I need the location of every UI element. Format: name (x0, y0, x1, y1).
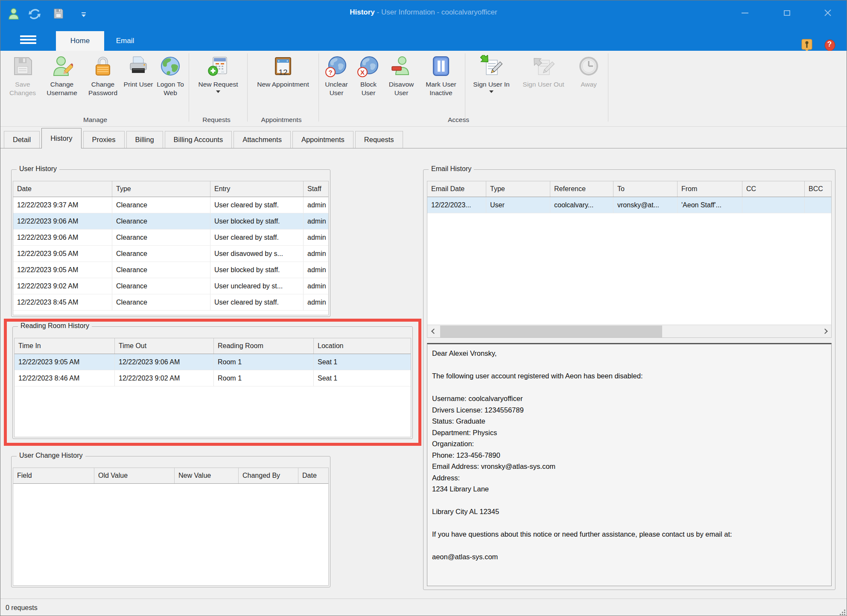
column-header[interactable]: BCC (805, 181, 831, 197)
scrollbar-thumb[interactable] (440, 325, 662, 337)
print-user-button[interactable]: Print User (123, 51, 153, 115)
block-user-button[interactable]: x Block User (353, 51, 384, 115)
close-button[interactable] (808, 0, 847, 25)
column-header[interactable]: CC (742, 181, 805, 197)
column-header[interactable]: Entry (210, 181, 304, 197)
new-appointment-icon-number: 12 (272, 68, 294, 77)
cell-staff: admin (304, 197, 328, 213)
table-row[interactable]: 12/22/2023 8:45 AM Clearance User cleare… (13, 294, 328, 311)
block-user-icon: x (357, 55, 380, 77)
column-header[interactable]: To (613, 181, 678, 197)
pin-panel-icon[interactable] (800, 39, 813, 52)
print-user-label: Print User (124, 80, 153, 89)
scroll-left-arrow[interactable] (427, 325, 440, 338)
cell-time-out: 12/22/2023 9:06 AM (115, 354, 214, 370)
table-row-selected[interactable]: 12/22/2023 9:06 AM Clearance User blocke… (13, 213, 328, 230)
tab-proxies[interactable]: Proxies (83, 131, 125, 148)
tab-proxies-label: Proxies (92, 136, 116, 144)
ribbon-tab-home[interactable]: Home (56, 31, 104, 51)
minimize-button[interactable] (725, 0, 765, 25)
tab-history[interactable]: History (41, 128, 81, 148)
maximize-button[interactable] (767, 0, 806, 25)
column-header[interactable]: Type (486, 181, 550, 197)
unclear-user-button[interactable]: ? Unclear User (320, 51, 353, 115)
new-request-dropdown-icon[interactable] (216, 90, 220, 93)
table-row[interactable]: 12/22/2023 9:06 AM Clearance User cleare… (13, 230, 328, 246)
ribbon-tab-email-label: Email (116, 37, 134, 45)
cell-date: 12/22/2023 9:37 AM (13, 197, 112, 213)
new-appointment-button[interactable]: 12 New Appointment (249, 51, 317, 115)
chevron-left-icon (431, 328, 437, 334)
scroll-right-arrow[interactable] (818, 325, 831, 338)
cell-date: 12/22/2023 8:45 AM (13, 294, 112, 310)
user-history-title: User History (17, 165, 59, 173)
column-header[interactable]: Location (314, 338, 411, 354)
user-history-header: Date Type Entry Staff (13, 181, 328, 197)
ribbon-menu-button[interactable] (20, 35, 36, 46)
window-title-rest: - User Information - coolcalvaryofficer (375, 8, 497, 16)
column-header[interactable]: Reading Room (214, 338, 314, 354)
column-header[interactable]: Type (112, 181, 210, 197)
sign-user-in-button[interactable]: Sign User In (467, 51, 516, 115)
tab-attachments[interactable]: Attachments (234, 131, 291, 148)
cell-type: Clearance (112, 230, 210, 245)
cell-date: 12/22/2023 9:05 AM (13, 246, 112, 262)
logon-to-web-button[interactable]: Logon To Web (153, 51, 187, 115)
cell-cc (742, 197, 805, 213)
tab-detail[interactable]: Detail (4, 131, 40, 148)
tab-appointments[interactable]: Appointments (292, 131, 353, 148)
help-icon[interactable]: ? (824, 39, 836, 52)
user-history-table: Date Type Entry Staff 12/22/2023 9:37 AM… (13, 181, 329, 315)
cell-time-in: 12/22/2023 9:05 AM (15, 354, 115, 370)
table-row[interactable]: 12/22/2023 9:05 AM Clearance User blocke… (13, 262, 328, 278)
tab-pane-border (0, 148, 847, 148)
unclear-user-badge: ? (325, 67, 336, 77)
change-username-label: Change Username (41, 80, 82, 97)
change-password-button[interactable]: Change Password (82, 51, 123, 115)
cell-date: 12/22/2023 9:02 AM (13, 278, 112, 294)
table-row-selected[interactable]: 12/22/2023 9:05 AM 12/22/2023 9:06 AM Ro… (15, 354, 411, 370)
email-history-group: Email History Email Date Type Reference … (423, 169, 835, 590)
titlebar: History - User Information - coolcalvary… (0, 0, 847, 51)
disavow-user-button[interactable]: Disavow User (384, 51, 418, 115)
status-text: 0 requests (6, 604, 38, 612)
table-row-selected[interactable]: 12/22/2023... User coolcalvary... vronsk… (427, 197, 831, 213)
column-header[interactable]: Staff (304, 181, 328, 197)
column-header[interactable]: Date (13, 181, 112, 197)
group-label-access: Access (448, 116, 469, 124)
column-header[interactable]: Time In (15, 338, 115, 354)
tab-billing-accounts-label: Billing Accounts (174, 136, 223, 144)
table-row[interactable]: 12/22/2023 9:02 AM Clearance User unclea… (13, 278, 328, 294)
tab-billing[interactable]: Billing (126, 131, 163, 148)
column-header[interactable]: New Value (175, 468, 239, 483)
column-header[interactable]: Old Value (94, 468, 175, 483)
email-body-preview: Dear Alexei Vronsky, The following user … (427, 343, 832, 586)
new-request-button[interactable]: New Request (190, 51, 246, 115)
sign-user-in-dropdown-icon[interactable] (489, 90, 494, 93)
column-header[interactable]: From (678, 181, 742, 197)
resize-grip[interactable] (839, 609, 845, 615)
column-header[interactable]: Date (298, 468, 328, 483)
table-row[interactable]: 12/22/2023 9:37 AM Clearance User cleare… (13, 197, 328, 213)
cell-entry: User cleared by staff. (210, 197, 304, 213)
ribbon-tab-email[interactable]: Email (106, 31, 144, 51)
mark-user-inactive-button[interactable]: Mark User Inactive (418, 51, 464, 115)
column-header[interactable]: Time Out (115, 338, 214, 354)
cell-entry: User cleared by staff. (210, 294, 304, 310)
sign-user-out-icon (532, 55, 555, 77)
change-username-button[interactable]: Change Username (41, 51, 82, 115)
column-header[interactable]: Email Date (427, 181, 486, 197)
ribbon-separator (189, 53, 189, 122)
column-header[interactable]: Reference (550, 181, 613, 197)
cell-location: Seat 1 (314, 370, 411, 386)
table-row[interactable]: 12/22/2023 8:46 AM 12/22/2023 9:02 AM Ro… (15, 370, 411, 386)
cell-staff: admin (304, 262, 328, 278)
tab-requests[interactable]: Requests (355, 131, 403, 148)
tab-billing-accounts[interactable]: Billing Accounts (165, 131, 232, 148)
column-header[interactable]: Field (13, 468, 94, 483)
save-changes-label: Save Changes (4, 80, 41, 97)
table-row[interactable]: 12/22/2023 9:05 AM Clearance User disavo… (13, 246, 328, 262)
email-history-header: Email Date Type Reference To From CC BCC (427, 181, 831, 197)
logon-to-web-icon (159, 55, 181, 77)
column-header[interactable]: Changed By (239, 468, 298, 483)
